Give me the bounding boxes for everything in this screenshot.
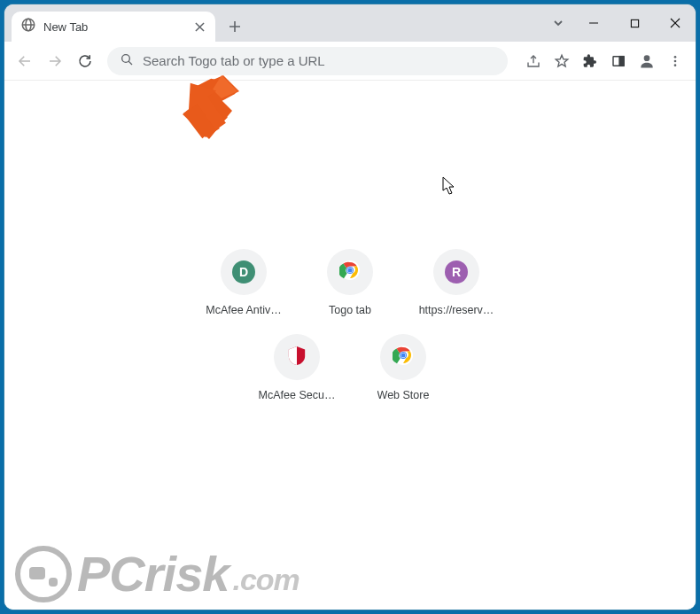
watermark-suffix: .com xyxy=(232,563,299,597)
shortcut-label: McAfee Secu… xyxy=(259,389,336,401)
browser-tab[interactable]: New Tab xyxy=(12,12,215,42)
shortcut-letter-icon: R xyxy=(445,260,468,284)
chrome-icon xyxy=(393,345,414,369)
search-icon xyxy=(120,52,134,70)
shortcut-label: https://reserv… xyxy=(419,304,494,316)
back-button[interactable] xyxy=(12,48,38,74)
svg-point-13 xyxy=(122,54,130,62)
menu-button[interactable] xyxy=(662,48,688,74)
shortcut-label: Web Store xyxy=(377,389,430,401)
profile-button[interactable] xyxy=(634,48,660,74)
toolbar xyxy=(4,42,696,81)
bookmark-button[interactable] xyxy=(548,48,575,74)
watermark-text: PCrisk xyxy=(77,545,229,602)
shortcut-tile[interactable]: D McAfee Antiv… xyxy=(201,249,286,316)
tab-title: New Tab xyxy=(43,20,185,34)
svg-marker-30 xyxy=(443,177,454,194)
address-bar[interactable] xyxy=(107,47,508,75)
address-input[interactable] xyxy=(143,53,495,68)
shortcuts-row: McAfee Secu… Web Store xyxy=(254,334,446,401)
svg-point-34 xyxy=(348,268,353,273)
page-content: D McAfee Antiv… Togo tab R https://reser… xyxy=(4,81,696,610)
svg-line-14 xyxy=(128,61,132,65)
svg-point-38 xyxy=(401,354,406,358)
shortcut-label: Togo tab xyxy=(329,304,371,316)
svg-rect-8 xyxy=(631,19,638,27)
shortcut-letter-icon: D xyxy=(232,260,255,284)
svg-point-21 xyxy=(674,56,677,58)
tab-search-button[interactable] xyxy=(543,4,573,42)
cursor-icon xyxy=(442,176,456,196)
shortcuts-grid: D McAfee Antiv… Togo tab R https://reser… xyxy=(4,249,696,401)
svg-point-20 xyxy=(644,55,650,61)
shortcut-label: McAfee Antiv… xyxy=(206,304,281,316)
watermark: PCrisk.com xyxy=(15,545,299,602)
side-panel-button[interactable] xyxy=(605,48,632,74)
shortcuts-row: D McAfee Antiv… Togo tab R https://reser… xyxy=(201,249,499,316)
shortcut-tile[interactable]: R https://reserv… xyxy=(414,249,499,316)
svg-point-23 xyxy=(674,64,677,66)
globe-icon xyxy=(20,17,36,36)
toolbar-right xyxy=(520,48,688,74)
window-controls xyxy=(543,4,696,42)
browser-window: New Tab xyxy=(4,4,696,610)
chrome-icon xyxy=(339,260,361,284)
close-window-button[interactable] xyxy=(655,4,696,42)
share-button[interactable] xyxy=(520,48,547,74)
reload-button[interactable] xyxy=(72,48,98,74)
svg-rect-19 xyxy=(619,56,624,66)
minimize-button[interactable] xyxy=(573,4,614,42)
svg-point-22 xyxy=(674,59,677,62)
shield-icon xyxy=(287,345,307,369)
shortcut-tile[interactable]: McAfee Secu… xyxy=(254,334,339,401)
svg-marker-16 xyxy=(556,55,568,66)
extensions-button[interactable] xyxy=(577,48,603,74)
tab-strip: New Tab xyxy=(4,4,696,42)
maximize-button[interactable] xyxy=(614,4,655,42)
tab-close-icon[interactable] xyxy=(192,19,206,34)
shortcut-tile[interactable]: Web Store xyxy=(361,334,446,401)
shortcut-tile[interactable]: Togo tab xyxy=(307,249,393,316)
annotation-arrow-icon xyxy=(180,77,238,143)
forward-button[interactable] xyxy=(42,48,68,74)
svg-marker-29 xyxy=(180,77,235,136)
watermark-globe-icon xyxy=(15,546,72,602)
new-tab-button[interactable] xyxy=(222,14,247,39)
